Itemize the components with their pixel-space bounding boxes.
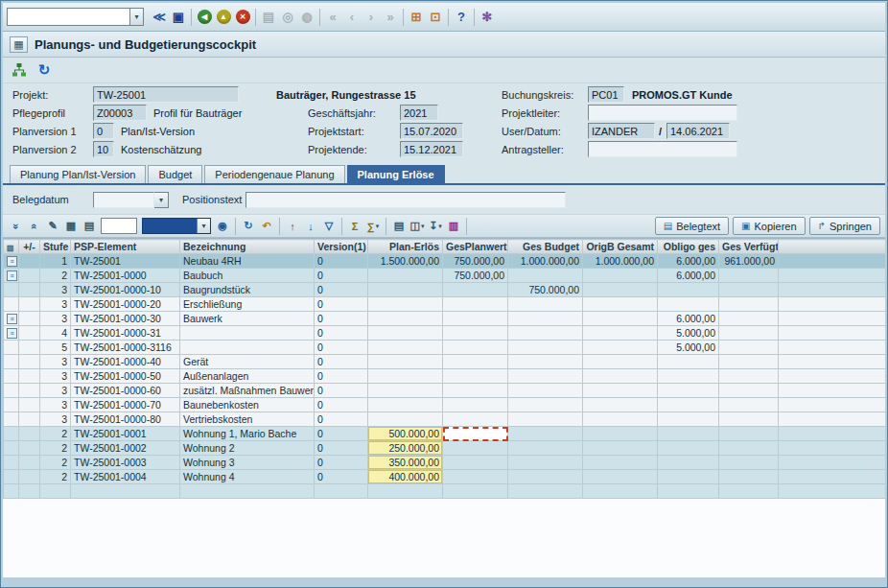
cell-pm[interactable] (19, 441, 40, 456)
cell-bez[interactable]: Bauwerk (180, 312, 315, 326)
cell-bez[interactable]: Erschließung (180, 297, 315, 312)
cell-ges_budget[interactable] (508, 384, 583, 398)
projekt-field[interactable] (93, 86, 239, 103)
cell-gesplanwert[interactable] (443, 369, 508, 384)
cell-sel[interactable]: ≡ (4, 254, 19, 269)
hierarchy-graphic-icon[interactable] (9, 59, 30, 81)
cell-psp[interactable]: TW-25001-0000-3116 (71, 341, 180, 355)
cell-obligo[interactable] (658, 369, 719, 384)
cell-obligo[interactable] (658, 441, 719, 456)
cell-plan_erloes[interactable]: 250.000,00 (368, 441, 443, 456)
cell-sel[interactable]: ≡ (4, 312, 19, 326)
cell-pm[interactable] (19, 456, 40, 470)
cell-ges_budget[interactable] (508, 412, 583, 427)
cell-gesplanwert[interactable] (443, 412, 508, 427)
cancel-icon[interactable]: ✕ (233, 8, 252, 27)
cell-verfuegt[interactable] (719, 398, 779, 412)
layout-select[interactable]: ▾ (142, 218, 211, 234)
cell-psp[interactable]: TW-25001-0004 (71, 470, 180, 484)
projektleiter-field[interactable] (588, 105, 737, 121)
cell-obligo[interactable] (658, 456, 719, 470)
cell-origb[interactable] (583, 427, 658, 441)
cell-psp[interactable]: TW-25001-0003 (71, 456, 180, 470)
cell-psp[interactable]: TW-25001-0000-31 (71, 326, 180, 341)
cell-bez[interactable]: Wohnung 4 (180, 470, 315, 484)
columns-icon[interactable]: ▦ (62, 218, 80, 235)
cell-sel[interactable] (4, 456, 19, 470)
kopieren-button[interactable]: ▣Kopieren (733, 217, 806, 235)
cell-version[interactable]: 0 (315, 384, 368, 398)
command-input[interactable] (7, 8, 129, 26)
cell-stufe[interactable]: 1 (40, 254, 71, 269)
column-header-stufe[interactable]: Stufe (40, 240, 71, 254)
layout-input[interactable] (101, 218, 137, 234)
cell-gesplanwert[interactable] (443, 456, 508, 470)
cell-pm[interactable] (19, 412, 40, 427)
transaction-icon[interactable]: ▦ (10, 36, 28, 53)
hierarchy-node-icon[interactable]: ≡ (7, 328, 17, 339)
cell-stufe[interactable]: 3 (40, 283, 71, 297)
cell-version[interactable]: 0 (315, 412, 368, 427)
cell-version[interactable]: 0 (315, 297, 368, 312)
cell-pm[interactable] (19, 269, 40, 283)
cell-pm[interactable] (19, 283, 40, 297)
cell-origb[interactable] (583, 484, 658, 499)
sort-descending-icon[interactable]: ↓ (302, 218, 319, 235)
cell-stufe[interactable]: 4 (40, 326, 71, 341)
cell-stufe[interactable]: 3 (40, 312, 71, 326)
cell-sel[interactable] (4, 369, 19, 384)
cell-gesplanwert[interactable] (443, 283, 508, 297)
cell-psp[interactable]: TW-25001-0000-80 (71, 412, 180, 427)
cell-plan_erloes[interactable] (368, 355, 443, 369)
cell-version[interactable]: 0 (315, 355, 368, 369)
expand-all-icon[interactable]: » (8, 218, 25, 235)
collapse-all-icon[interactable]: « (26, 218, 43, 235)
cell-verfuegt[interactable] (719, 412, 779, 427)
cell-verfuegt[interactable] (719, 269, 779, 283)
cell-verfuegt[interactable] (719, 369, 779, 384)
cell-sel[interactable] (4, 427, 19, 441)
cell-psp[interactable]: TW-25001-0002 (71, 441, 180, 456)
cell-psp[interactable] (71, 484, 180, 499)
cell-plan_erloes[interactable]: 500.000,00 (368, 427, 443, 441)
belegdatum-dropdown-icon[interactable]: ▾ (154, 192, 169, 208)
cell-origb[interactable] (583, 369, 658, 384)
cell-plan_erloes[interactable] (368, 398, 443, 412)
cell-origb[interactable] (583, 456, 658, 470)
cell-bez[interactable]: Baunebenkosten (180, 398, 315, 412)
cell-plan_erloes[interactable]: 1.500.000,00 (368, 254, 443, 269)
projektende-field[interactable] (400, 141, 463, 157)
customize-layout-icon[interactable]: ✻ (478, 8, 497, 27)
cell-psp[interactable]: TW-25001-0000-40 (71, 355, 180, 369)
help-icon[interactable]: ? (452, 8, 471, 27)
export-icon[interactable]: ↧▾ (427, 218, 444, 235)
select-all-icon[interactable]: ▨ (7, 244, 14, 252)
cell-obligo[interactable] (658, 384, 719, 398)
cell-gesplanwert[interactable]: 750.000,00 (443, 254, 508, 269)
springen-button[interactable]: ↱Springen (809, 217, 880, 235)
cell-plan_erloes[interactable] (368, 412, 443, 427)
cell-origb[interactable] (583, 355, 658, 369)
cell-pm[interactable] (19, 355, 40, 369)
cell-bez[interactable]: Außenanlagen (180, 369, 315, 384)
select-all-header[interactable]: ▨ (4, 240, 19, 254)
cell-obligo[interactable] (658, 398, 719, 412)
cell-pm[interactable] (19, 484, 40, 499)
cell-origb[interactable] (583, 297, 658, 312)
cell-version[interactable]: 0 (315, 427, 368, 441)
cell-psp[interactable]: TW-25001-0000-10 (71, 283, 180, 297)
cell-plan_erloes[interactable] (368, 384, 443, 398)
cell-psp[interactable]: TW-25001-0000-60 (71, 384, 180, 398)
cell-plan_erloes[interactable] (368, 283, 443, 297)
cell-gesplanwert[interactable] (443, 312, 508, 326)
views-icon-dropdown[interactable]: ▾ (421, 223, 425, 230)
cell-sel[interactable] (4, 384, 19, 398)
cell-verfuegt[interactable] (719, 297, 779, 312)
cell-origb[interactable] (583, 398, 658, 412)
cell-gesplanwert[interactable] (443, 341, 508, 355)
undo-icon[interactable]: ↶ (258, 218, 275, 235)
cell-stufe[interactable]: 3 (40, 398, 71, 412)
cell-ges_budget[interactable] (508, 484, 583, 499)
cell-gesplanwert[interactable] (443, 384, 508, 398)
cell-bez[interactable]: Baubuch (180, 269, 315, 283)
